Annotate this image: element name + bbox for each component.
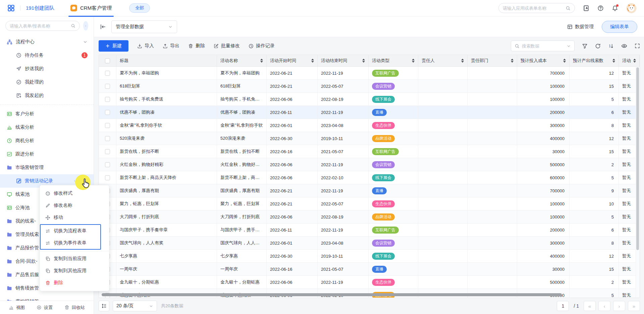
checkbox[interactable] xyxy=(105,175,110,180)
menu-item-删除[interactable]: 删除 xyxy=(40,277,109,289)
horizontal-scrollbar-thumb[interactable] xyxy=(102,293,562,296)
app-launcher-grid-icon[interactable] xyxy=(7,4,15,12)
first-page-button[interactable]: « xyxy=(584,301,596,311)
row-height-button[interactable] xyxy=(99,301,109,311)
avatar[interactable] xyxy=(626,3,637,13)
sidebar-item-待办任务[interactable]: 待办任务1 xyxy=(0,49,94,62)
team-name[interactable]: 191创建团队 xyxy=(26,5,54,11)
table-row[interactable]: 抽号购买，手机免费送抽号购买，手机免费送2022-06-062022-08-19… xyxy=(99,93,640,106)
col-header-extra[interactable]: 活动 xyxy=(619,55,640,66)
table-row[interactable]: 火红金秋，购物好精彩火红金秋，购物好精彩2022-06-062022-11-19… xyxy=(99,158,640,171)
checkbox[interactable] xyxy=(105,84,110,89)
sidebar-item-费控报销管[interactable]: 费控报销管 xyxy=(0,295,94,301)
table-row[interactable]: 国庆盛典，厚惠有期国庆盛典，厚惠有期2022-06-212022-11-19直播… xyxy=(99,184,640,197)
contacts-icon[interactable] xyxy=(583,5,589,11)
data-manage-button[interactable]: 数据管理 xyxy=(567,24,594,30)
sidebar-footer-视图[interactable]: 视图 xyxy=(9,305,25,311)
cell-cb[interactable] xyxy=(99,106,116,119)
sort-icon[interactable] xyxy=(612,59,615,63)
checkbox[interactable] xyxy=(105,149,110,154)
column-visibility-icon[interactable] xyxy=(621,43,627,49)
add-form-button[interactable] xyxy=(83,21,88,30)
cell-cb[interactable] xyxy=(99,171,116,184)
col-header-start[interactable]: 活动开始时间 xyxy=(267,55,318,66)
tab-crm-app[interactable]: CRM客户管理 xyxy=(68,0,114,16)
table-row[interactable]: 新货在线，折扣不断新货在线，折扣不断2022-06-162021-05-07互联… xyxy=(99,145,640,158)
sidebar-item-线索分析[interactable]: 线索分析 xyxy=(0,121,94,134)
sort-icon[interactable] xyxy=(260,59,263,63)
current-page-input[interactable]: 1 xyxy=(557,301,569,311)
table-row[interactable]: 优惠不够，团购凑优惠不够，团购凑2022-06-112022-11-19直播20… xyxy=(99,106,640,119)
col-header-type[interactable]: 活动类型 xyxy=(369,55,418,66)
menu-item-切换为流程表单[interactable]: 切换为流程表单 xyxy=(41,225,100,237)
sort-icon[interactable] xyxy=(412,59,415,63)
col-header-title[interactable]: 标题 xyxy=(116,55,217,66)
sort-icon[interactable] xyxy=(362,59,365,63)
table-row[interactable]: 聚力，钜惠，巨划算聚力，钜惠，巨划算2022-06-212022-05-07生态… xyxy=(99,197,640,210)
sidebar-group-process-center[interactable]: 流程中心 xyxy=(0,35,94,49)
checkbox[interactable] xyxy=(105,123,110,128)
cell-cb[interactable] xyxy=(99,67,116,79)
refresh-icon[interactable] xyxy=(595,43,601,49)
table-row[interactable]: 夏不为例，幸福团购夏不为例，幸福团购2022-06-212022-11-19互联… xyxy=(99,67,640,80)
col-header-owner[interactable]: 责任人 xyxy=(418,55,468,66)
checkbox[interactable] xyxy=(105,136,110,141)
filter-icon[interactable] xyxy=(582,43,588,49)
cell-cb[interactable] xyxy=(99,158,116,171)
sort-icon[interactable] xyxy=(633,59,636,63)
menu-item-复制到其他应用[interactable]: 复制到其他应用 xyxy=(40,265,109,277)
sidebar-footer-回收站[interactable]: 回收站 xyxy=(64,305,85,311)
sidebar-item-我发起的[interactable]: 我发起的 xyxy=(0,89,94,102)
sort-icon[interactable]: 1 xyxy=(608,43,614,49)
sort-icon[interactable] xyxy=(563,59,566,63)
prev-page-button[interactable]: ‹ xyxy=(598,301,610,311)
menu-item-移动[interactable]: 移动 xyxy=(40,211,109,224)
menu-item-切换为事件表单[interactable]: 切换为事件表单 xyxy=(41,237,100,249)
menu-item-修改样式[interactable]: 修改样式 xyxy=(40,187,109,199)
vertical-scrollbar-thumb[interactable] xyxy=(636,67,639,250)
cell-cb[interactable] xyxy=(99,119,116,132)
col-header-cost[interactable]: 预计投入成本 xyxy=(517,55,570,66)
col-header-name[interactable]: 活动名称 xyxy=(217,55,267,66)
global-search[interactable] xyxy=(498,3,575,13)
table-row[interactable]: 七夕享惠七夕享惠2022-06-302019-10-11线下展会40000012… xyxy=(99,250,640,263)
checkbox[interactable] xyxy=(105,162,110,167)
help-icon[interactable] xyxy=(597,5,604,11)
toolbar-批量修改-button[interactable]: 批量修改 xyxy=(214,43,240,49)
table-row[interactable]: 与国庆甲子，携手奏华章与国庆甲子，携手奏华章2022-06-112022-11-… xyxy=(99,224,640,237)
cell-cb[interactable] xyxy=(99,80,116,92)
checkbox[interactable] xyxy=(105,71,110,76)
sidebar-footer-设置[interactable]: 设置 xyxy=(37,305,53,311)
sidebar-item-客户分析[interactable]: 客户分析 xyxy=(0,107,94,121)
checkbox[interactable] xyxy=(105,97,110,102)
form-search-input[interactable] xyxy=(10,23,69,28)
sidebar-item-跟进分析[interactable]: 跟进分析 xyxy=(0,147,94,161)
cell-cb[interactable] xyxy=(99,145,116,158)
checkbox[interactable] xyxy=(105,58,110,63)
table-row[interactable]: 618巨划算618巨划算2022-06-212022-05-07会议营销1000… xyxy=(99,80,640,93)
col-header-dept[interactable]: 责任部门 xyxy=(468,55,517,66)
sort-icon[interactable] xyxy=(311,59,314,63)
table-row[interactable]: 金九银十，分期钜惠金九银十，分期钜惠2022-06-062022-11-19生态… xyxy=(99,276,640,289)
data-search-input[interactable] xyxy=(522,44,564,49)
data-scope-select[interactable]: 管理全部数据 xyxy=(111,20,177,33)
notifications-button[interactable] xyxy=(612,5,618,11)
toolbar-导出-button[interactable]: 导出 xyxy=(163,43,179,49)
table-row[interactable]: 新货不断上架，商品天天降价新货不断上架，商品天天降价2022-06-062022… xyxy=(99,171,640,184)
menu-item-复制到当前应用[interactable]: 复制到当前应用 xyxy=(40,253,109,265)
col-header-leads[interactable]: 预计产出线索数 xyxy=(570,55,619,66)
checkbox[interactable] xyxy=(105,110,110,115)
sidebar-item-抄送我的[interactable]: 抄送我的 xyxy=(0,62,94,75)
table-row[interactable]: 金秋"豪"礼拿到你手软金秋"豪"礼拿到你手软2022-06-012023-04-… xyxy=(99,119,640,132)
vertical-scrollbar[interactable] xyxy=(636,67,640,298)
sidebar-item-我处理的[interactable]: 我处理的 xyxy=(0,75,94,89)
new-record-button[interactable]: 新建 xyxy=(99,40,128,52)
edit-form-button[interactable]: 编辑表单 xyxy=(602,21,637,33)
next-page-button[interactable]: › xyxy=(613,301,625,311)
table-row[interactable]: 大刀阔斧，打折到底大刀阔斧，打折到底2022-06-062022-08-19品牌… xyxy=(99,210,640,224)
table-row[interactable]: 一周年庆一周年庆2022-06-162021-05-07直播3000015暂无 xyxy=(99,263,640,276)
data-search[interactable] xyxy=(511,41,575,51)
cell-cb[interactable] xyxy=(99,93,116,106)
toolbar-删除-button[interactable]: 删除 xyxy=(188,43,205,49)
page-size-select[interactable]: 20 条/页 xyxy=(113,301,157,311)
